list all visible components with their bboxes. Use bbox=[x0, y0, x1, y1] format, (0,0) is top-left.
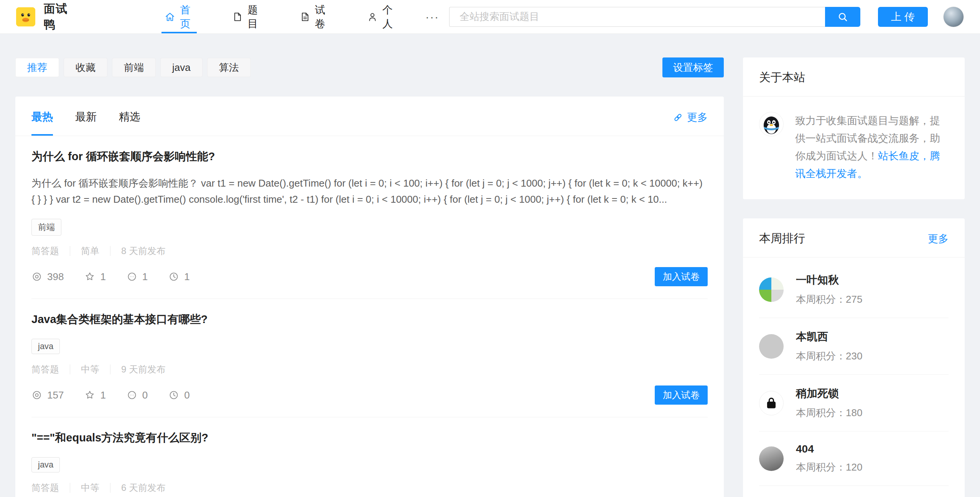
rank-user-score: 本周积分：120 bbox=[796, 461, 862, 474]
question-excerpt: 为什么 for 循环嵌套顺序会影响性能？ var t1 = new Date()… bbox=[31, 175, 708, 207]
rank-user-name[interactable]: 稍加死锁 bbox=[796, 386, 862, 401]
link-icon bbox=[673, 112, 683, 123]
upload-button[interactable]: 上传 bbox=[878, 7, 928, 27]
filter-tag-algorithm[interactable]: 算法 bbox=[207, 58, 251, 77]
set-tags-button[interactable]: 设置标签 bbox=[662, 57, 724, 77]
about-title: 关于本站 bbox=[759, 70, 805, 85]
views-stat: 398 bbox=[31, 271, 64, 283]
question-feed-card: 最热 最新 精选 更多 为什么 for 循环嵌套顺序会影响性能? 为什么 fo bbox=[15, 97, 724, 497]
stars-stat[interactable]: 1 bbox=[84, 271, 105, 283]
question-meta: 简答题 简单 8 天前发布 bbox=[31, 245, 708, 257]
rank-user-avatar bbox=[759, 334, 784, 359]
page-content: 推荐 收藏 前端 java 算法 设置标签 最热 最新 精选 更多 bbox=[0, 34, 980, 497]
site-logo-duck-icon[interactable] bbox=[16, 7, 35, 26]
search-button[interactable] bbox=[825, 7, 860, 27]
question-published: 8 天前发布 bbox=[121, 245, 166, 257]
ranking-list-item[interactable]: guoguo 本周积分：45 bbox=[759, 486, 949, 497]
ranking-list-item[interactable]: 404 本周积分：120 bbox=[759, 431, 949, 486]
comments-count: 0 bbox=[142, 389, 148, 401]
rank-user-score: 本周积分：230 bbox=[796, 349, 862, 363]
question-item: "=="和equals方法究竟有什么区别? java 简答题 中等 6 天前发布… bbox=[31, 417, 708, 497]
star-icon bbox=[84, 390, 95, 400]
question-tag[interactable]: java bbox=[31, 457, 60, 472]
rank-user-score: 本周积分：180 bbox=[796, 406, 862, 420]
user-avatar[interactable] bbox=[943, 7, 964, 27]
filter-tag-favorites[interactable]: 收藏 bbox=[64, 58, 107, 77]
ranking-title: 本周排行 bbox=[759, 231, 805, 246]
file-icon bbox=[232, 11, 243, 22]
question-difficulty: 中等 bbox=[81, 363, 99, 376]
question-title[interactable]: 为什么 for 循环嵌套顺序会影响性能? bbox=[31, 149, 708, 164]
feed-more-label: 更多 bbox=[687, 110, 708, 124]
user-icon bbox=[367, 11, 378, 22]
add-to-paper-button[interactable]: 加入试卷 bbox=[655, 267, 708, 286]
comments-stat[interactable]: 0 bbox=[127, 389, 148, 401]
rank-user-name[interactable]: 本凯西 bbox=[796, 330, 862, 344]
views-stat: 157 bbox=[31, 389, 64, 401]
nav-item-personal[interactable]: 个人 bbox=[364, 0, 399, 33]
question-item: Java集合类框架的基本接口有哪些? java 简答题 中等 9 天前发布 15… bbox=[31, 299, 708, 417]
question-title[interactable]: Java集合类框架的基本接口有哪些? bbox=[31, 312, 708, 327]
stars-stat[interactable]: 1 bbox=[84, 389, 105, 401]
ranking-more-link[interactable]: 更多 bbox=[928, 232, 949, 246]
comments-count: 1 bbox=[142, 271, 148, 283]
search-icon bbox=[837, 11, 848, 23]
feed-more-link[interactable]: 更多 bbox=[673, 110, 708, 124]
star-icon bbox=[84, 271, 95, 282]
ranking-list: 一叶知秋 本周积分：275 本凯西 本周积分：230 bbox=[743, 258, 965, 497]
main-column: 推荐 收藏 前端 java 算法 设置标签 最热 最新 精选 更多 bbox=[15, 57, 724, 497]
stars-count: 1 bbox=[100, 389, 105, 401]
rank-user-name[interactable]: 一叶知秋 bbox=[796, 273, 862, 287]
rank-user-score: 本周积分：275 bbox=[796, 293, 862, 306]
refs-stat: 1 bbox=[168, 271, 189, 283]
nav-item-label: 个人 bbox=[382, 3, 396, 31]
nav-item-home[interactable]: 首页 bbox=[161, 0, 197, 33]
nav-item-label: 题目 bbox=[247, 3, 261, 31]
nav-more-ellipsis-icon[interactable]: ··· bbox=[425, 0, 439, 33]
question-tag[interactable]: java bbox=[31, 339, 60, 354]
question-difficulty: 中等 bbox=[81, 482, 99, 494]
nav-item-papers[interactable]: 试卷 bbox=[296, 0, 332, 33]
question-meta: 简答题 中等 9 天前发布 bbox=[31, 363, 708, 376]
question-published: 9 天前发布 bbox=[121, 363, 166, 376]
lock-icon bbox=[764, 396, 779, 410]
question-footer: 398 1 1 1 bbox=[31, 267, 708, 286]
question-type: 简答题 bbox=[31, 363, 59, 376]
filter-tag-java[interactable]: java bbox=[160, 58, 203, 77]
question-item: 为什么 for 循环嵌套顺序会影响性能? 为什么 for 循环嵌套顺序会影响性能… bbox=[31, 136, 708, 299]
stars-count: 1 bbox=[100, 271, 105, 283]
rank-user-avatar bbox=[759, 277, 784, 302]
question-title[interactable]: "=="和equals方法究竟有什么区别? bbox=[31, 430, 708, 446]
refs-stat: 0 bbox=[168, 389, 189, 401]
about-body: 致力于收集面试题目与题解，提供一站式面试备战交流服务，助你成为面试达人！站长鱼皮… bbox=[743, 97, 965, 199]
tab-featured[interactable]: 精选 bbox=[119, 110, 140, 136]
ranking-card-header: 本周排行 更多 bbox=[743, 218, 965, 258]
search-input[interactable] bbox=[449, 7, 825, 27]
ranking-list-item[interactable]: 一叶知秋 本周积分：275 bbox=[759, 261, 949, 318]
weekly-ranking-card: 本周排行 更多 一叶知秋 本周积分：275 本凯西 本周积分：230 bbox=[743, 218, 965, 497]
question-footer: 157 1 0 0 bbox=[31, 385, 708, 405]
filter-tag-frontend[interactable]: 前端 bbox=[112, 58, 156, 77]
site-title: 面试鸭 bbox=[44, 1, 76, 33]
nav-item-label: 首页 bbox=[180, 3, 194, 31]
tab-newest[interactable]: 最新 bbox=[75, 110, 97, 136]
tab-hottest[interactable]: 最热 bbox=[31, 110, 53, 136]
nav-item-label: 试卷 bbox=[315, 3, 329, 31]
add-to-paper-button[interactable]: 加入试卷 bbox=[655, 385, 708, 405]
question-tag[interactable]: 前端 bbox=[31, 219, 61, 236]
views-count: 157 bbox=[47, 389, 64, 401]
ranking-list-item[interactable]: 本凯西 本周积分：230 bbox=[759, 318, 949, 375]
nav-item-questions[interactable]: 题目 bbox=[229, 0, 264, 33]
main-nav: 首页 题目 试卷 个人 ·· bbox=[145, 0, 449, 33]
filter-tag-recommended[interactable]: 推荐 bbox=[15, 58, 59, 77]
tag-filter-bar: 推荐 收藏 前端 java 算法 设置标签 bbox=[15, 57, 724, 77]
about-text: 致力于收集面试题目与题解，提供一站式面试备战交流服务，助你成为面试达人！站长鱼皮… bbox=[795, 112, 949, 182]
home-icon bbox=[165, 11, 175, 22]
comments-stat[interactable]: 1 bbox=[127, 271, 148, 283]
feed-tabs: 最热 最新 精选 更多 bbox=[15, 97, 724, 136]
ranking-list-item[interactable]: 稍加死锁 本周积分：180 bbox=[759, 375, 949, 431]
site-owner-avatar bbox=[759, 112, 784, 136]
question-published: 6 天前发布 bbox=[121, 482, 166, 494]
paper-icon bbox=[300, 11, 310, 22]
rank-user-name[interactable]: 404 bbox=[796, 443, 862, 455]
